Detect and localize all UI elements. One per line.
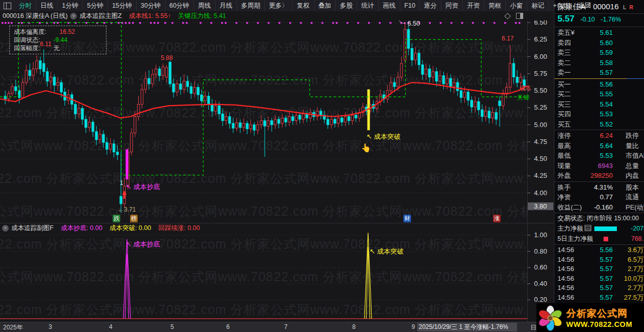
diamond-icon[interactable] [504, 13, 511, 19]
menu-item-30分钟[interactable]: 30分钟 [137, 0, 165, 11]
price-change: -0.10 [581, 16, 595, 23]
sub-signal-label-2: 成本突破: 0.00 [110, 224, 151, 233]
chart-background: 分析家公式网www.70822.com分析家公式网www.70822.com分析… [0, 20, 554, 322]
pane-icon[interactable] [516, 13, 523, 19]
event-marker-跌[interactable]: 跌 [113, 215, 120, 222]
list-icon[interactable] [585, 225, 591, 231]
site-logo: 分析家公式网 WWW.70822.COM [536, 303, 644, 332]
period-menu: 分时日线1分钟5分钟15分钟30分钟60分钟周线月线多周期更多〉 [0, 0, 293, 11]
watermark-text: 分析家公式网www.70822.com [507, 72, 554, 89]
watermark-text: 分析家公式网www.70822.com [0, 301, 42, 318]
window-split-icon[interactable] [4, 3, 11, 9]
quote-row: 最低5.53市值AB [554, 151, 644, 161]
menu-item-画线[interactable]: 画线 [379, 0, 400, 11]
info-label: 回调状态: [14, 36, 40, 44]
watermark-text: 分析家公式网www.70822.com [230, 236, 411, 253]
watermark-text: 分析家公式网www.70822.com [0, 72, 134, 89]
timeline-month-4: 4 [109, 323, 113, 330]
price-change-pct: -1.76% [601, 16, 621, 23]
bid-levels: 买一5.56买二5.55买三5.54买四5.53买五5.52 [554, 79, 644, 130]
timeline-bar[interactable]: 2025年 3456789 2025/10/29/三 1 至今涨幅-1.76% … [0, 322, 554, 332]
tick-list[interactable]: 14:565.563.6万14:565.576.5万14:565.572.7万1… [554, 245, 644, 312]
menu-item-叠加[interactable]: 叠加 [314, 0, 336, 11]
watermark-text: 分析家公式网www.70822.com [0, 137, 134, 154]
quote-row: 买五5.52 [554, 119, 644, 130]
menu-item-60分钟[interactable]: 60分钟 [165, 0, 194, 11]
menu-item-+自选[interactable]: +自选 [549, 0, 574, 11]
bid-ask-divider [554, 78, 644, 79]
menu-item-多股[interactable]: 多股 [336, 0, 357, 11]
watermark-text: 分析家公式网www.70822.com [323, 268, 503, 285]
menu-item-月线[interactable]: 月线 [216, 0, 237, 11]
event-marker-财[interactable]: 财 [403, 215, 411, 222]
menu-item-逐分[interactable]: 逐分 [420, 0, 441, 11]
quote-row: 卖三5.59 [554, 48, 644, 58]
watermark-text: 分析家公式网www.70822.com [415, 301, 554, 318]
pressure-line-value: 关键压力线: 5.41 [178, 12, 226, 20]
stats-block-2: 换手4.31%股本净资0.77流通收益(二)-0.160PE(动) [554, 182, 644, 213]
chevron-down-icon[interactable] [2, 225, 9, 232]
indicator-info-box: 成本偏离度:16.52回调状态:-9.44回落幅度:无 [9, 26, 106, 54]
timeline-highlight: 2025/10/29/三 1 至今涨幅-1.76% [417, 323, 517, 331]
quote-row: 收益(二)-0.160PE(动) [554, 202, 644, 213]
quote-row: 涨停6.24跌停 [554, 131, 644, 141]
main-net-flow-row: 主力净额 -2078 [554, 223, 644, 234]
menu-item-F10[interactable]: F10 [400, 0, 420, 11]
chart-header: 000016 深康佳A (日线) 成本追踪主图Z 成本线1: 5.55 ↑ 关键… [0, 11, 554, 20]
trade-status: 交易状态: 闭市阶段 15:00:00 [554, 214, 644, 223]
timeline-month-6: 6 [226, 323, 230, 330]
menu-item-开资[interactable]: 开资 [463, 0, 484, 11]
tick-row: 14:565.572.7万 [554, 264, 644, 274]
event-marker-榜[interactable]: 榜 [130, 215, 138, 222]
event-marker-涨[interactable]: 涨 [493, 215, 501, 222]
watermark-text: 分析家公式网www.70822.com [0, 170, 42, 187]
menu-item-多周期[interactable]: 多周期 [237, 0, 265, 11]
timeline-month-5: 5 [170, 323, 174, 330]
watermark-text: 分析家公式网www.70822.com [0, 268, 134, 285]
quote-row: 最高5.64量比 [554, 141, 644, 151]
main-indicator-name[interactable]: 成本追踪主图Z [79, 12, 122, 20]
net-flow-5d-value: 768.1 [631, 234, 644, 244]
quote-row: 外盘298250内盘 [554, 171, 644, 181]
watermark-text: 分析家公式网www.70822.com [323, 203, 503, 220]
watermark-text: 分析家公式网www.70822.com [46, 236, 226, 253]
quote-row: 净资0.77流通 [554, 192, 644, 202]
watermark-text: 分析家公式网www.70822.com [323, 72, 503, 89]
menu-item-周线[interactable]: 周线 [194, 0, 216, 11]
menu-item-小窗[interactable]: 小窗 [506, 0, 527, 11]
menu-item-1分钟[interactable]: 1分钟 [58, 0, 83, 11]
tick-row: 14:565.576.5万 [554, 255, 644, 265]
watermark-text: 分析家公式网www.70822.com [230, 105, 411, 121]
watermark-text: 分析家公式网www.70822.com [0, 105, 42, 121]
watermark-text: 分析家公式网www.70822.com [230, 39, 411, 56]
subchart-header: 成本追踪副图F 成本抄底: 0.00 成本突破: 0.00 回踩续涨: 0.00 [0, 224, 554, 232]
menu-item-15分钟[interactable]: 15分钟 [108, 0, 137, 11]
timeline-month-7: 7 [284, 323, 288, 330]
quote-row: 卖一5.57 [554, 68, 644, 78]
watermark-text: 分析家公式网www.70822.com [46, 105, 226, 121]
watermark-text: 分析家公式网www.70822.com [415, 39, 554, 56]
watermark-text: 分析家公式网www.70822.com [415, 170, 554, 187]
watermark-text: 分析家公式网www.70822.com [323, 137, 503, 154]
menu-item-简框[interactable]: 简框 [484, 0, 506, 11]
menu-item-同资[interactable]: 同资 [441, 0, 463, 11]
tick-row: 14:565.572.7万 [554, 283, 644, 293]
menu-item-分时[interactable]: 分时 [15, 0, 36, 11]
menu-item-复权[interactable]: 复权 [293, 0, 314, 11]
quote-row: 买四5.53 [554, 109, 644, 119]
watermark-text: 分析家公式网www.70822.com [46, 170, 226, 187]
top-toolbar: 分时日线1分钟5分钟15分钟30分钟60分钟周线月线多周期更多〉 复权叠加多股统… [0, 0, 554, 11]
watermark-text: 分析家公式网www.70822.com [230, 170, 411, 187]
flag-r: R [630, 5, 633, 10]
menu-item-日线[interactable]: 日线 [36, 0, 58, 11]
sub-indicator-name[interactable]: 成本追踪副图F [11, 224, 54, 233]
info-value: 16.52 [59, 28, 75, 36]
stock-title: 000016 深康佳A (日线) [3, 12, 68, 20]
menu-item-更多〉[interactable]: 更多〉 [265, 0, 293, 11]
chevron-down-icon[interactable] [70, 13, 77, 19]
menu-item-统计[interactable]: 统计 [357, 0, 379, 11]
timeline-year: 2025年 [3, 323, 23, 332]
menu-item-标记[interactable]: 标记 [527, 0, 549, 11]
menu-item-返回[interactable]: 返回 [574, 0, 595, 11]
menu-item-5分钟[interactable]: 5分钟 [83, 0, 108, 11]
